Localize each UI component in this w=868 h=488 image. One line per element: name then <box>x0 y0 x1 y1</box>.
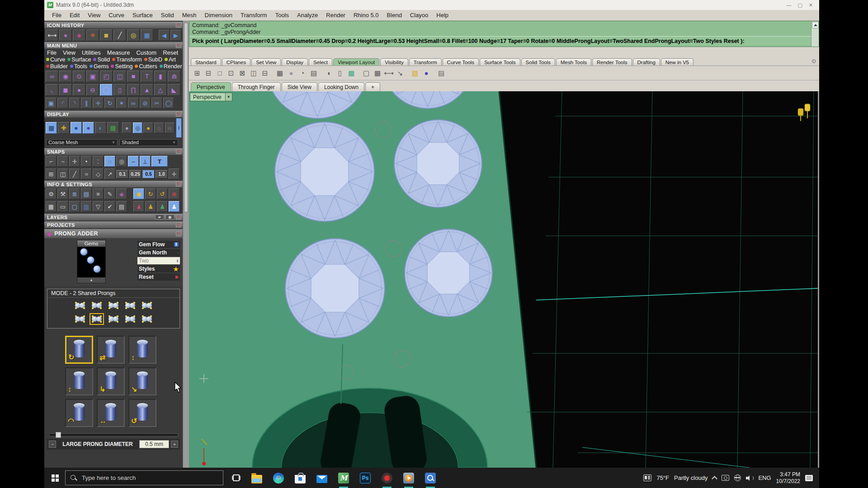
elbow-icon[interactable]: ◟ <box>46 84 58 96</box>
avatar-red-icon[interactable]: ♟ <box>133 201 144 212</box>
menu-item[interactable]: Clayoo <box>406 12 432 19</box>
prong-group-icon[interactable]: ⋒ <box>168 70 180 82</box>
beads-icon[interactable]: ● <box>59 29 72 41</box>
vptab-through-finger[interactable]: Through Finger <box>232 82 281 91</box>
menu-item[interactable]: Render <box>322 12 349 19</box>
vptab-perspective[interactable]: Perspective <box>191 82 231 91</box>
forward-arrow-icon[interactable]: ▶ <box>170 30 181 41</box>
cone-sharp-icon[interactable]: △ <box>154 84 167 96</box>
midpoint-snap-icon[interactable]: ‒ <box>128 156 139 167</box>
wire-sphere-icon[interactable]: ◎ <box>133 122 143 133</box>
slider-handle[interactable] <box>56 432 61 438</box>
point-snap-icon[interactable]: • <box>81 156 92 167</box>
menu-item[interactable]: Blend <box>383 12 406 19</box>
close-icon[interactable]: ✕ <box>176 231 181 236</box>
environment-icon[interactable]: ◐ <box>95 122 106 134</box>
sphere-ring-icon[interactable]: ◉ <box>59 70 72 82</box>
store-icon[interactable] <box>289 468 311 488</box>
matte-sphere-icon[interactable]: ● <box>122 122 132 133</box>
category-item[interactable]: Render <box>160 63 182 70</box>
category-item[interactable]: Transform <box>112 56 142 63</box>
mode-top-bottom-prongs[interactable] <box>106 300 121 311</box>
snapshot-grid-icon[interactable]: ▦ <box>274 68 285 79</box>
eye-icon[interactable]: ◉ <box>165 215 175 220</box>
language-indicator[interactable]: ENG <box>758 474 771 481</box>
viewport-camera-dropdown[interactable]: Perspective ▼ <box>190 93 232 101</box>
vp-single-icon[interactable]: □ <box>214 68 225 79</box>
increase-button[interactable]: + <box>171 441 178 448</box>
tab-viewport-layout[interactable]: Viewport Layout <box>333 58 379 66</box>
prong-count-select[interactable]: Two▲▼ <box>137 257 180 264</box>
near-snap-icon[interactable]: ⌐ <box>46 156 57 167</box>
box-flap-icon[interactable]: ◰ <box>100 70 113 82</box>
category-item[interactable]: Solid <box>93 56 110 63</box>
gems-preview[interactable]: Gems ▲ <box>77 240 106 283</box>
prong-nudge-tool[interactable]: ↘ <box>128 367 156 395</box>
loop-record-icon[interactable]: ↺ <box>157 188 168 199</box>
category-item[interactable]: Tools <box>70 63 87 70</box>
menu-item[interactable]: Transform <box>236 12 271 19</box>
mirror-icon[interactable]: ∥ <box>81 98 92 108</box>
report-icon[interactable]: ▤ <box>116 201 127 212</box>
mode-diagonal-prongs[interactable] <box>123 300 137 311</box>
alert-icon[interactable]: ◉ <box>133 188 144 199</box>
weather-desc[interactable]: Partly cloudy <box>674 474 708 481</box>
measure-depth-icon[interactable]: ↘ <box>395 68 406 79</box>
grid-snap-value[interactable]: 0.1 <box>116 170 128 178</box>
avatar-shield-icon[interactable]: ♟ <box>169 201 179 212</box>
perpendicular-snap-icon[interactable]: ⊥ <box>140 156 151 167</box>
photoshop-icon[interactable] <box>354 468 376 488</box>
cylinder-icon[interactable]: ▮ <box>154 70 167 82</box>
xray-sphere-icon[interactable]: ○ <box>165 122 175 133</box>
loop-icon[interactable]: ↻ <box>145 188 156 199</box>
viewport-3d[interactable]: Perspective ▼ <box>189 91 819 468</box>
mail-icon[interactable] <box>311 468 333 488</box>
mode-no-prongs[interactable] <box>73 313 87 325</box>
avatar-green-icon[interactable]: ♟ <box>157 201 168 212</box>
text-icon[interactable]: T <box>141 70 153 82</box>
box-split-icon[interactable]: ◫ <box>113 70 126 82</box>
mode-v-prongs[interactable] <box>140 313 154 325</box>
center-snap-icon[interactable]: ◎ <box>116 156 127 167</box>
close-icon[interactable]: ✕ <box>176 43 181 48</box>
menu-item[interactable]: Rhino 5.0 <box>349 12 383 19</box>
category-item[interactable]: Gems <box>90 63 108 70</box>
prong-height-small-tool[interactable]: ↕ <box>65 367 93 395</box>
bbox-icon[interactable]: ▢ <box>69 201 80 212</box>
tab-render-tools[interactable]: Render Tools <box>592 58 632 66</box>
main-menu-item[interactable]: Custom <box>136 49 156 56</box>
pages-icon[interactable]: ▦ <box>46 201 57 212</box>
gem-side-icon[interactable]: ◈ <box>73 29 85 41</box>
close-icon[interactable]: ✕ <box>176 149 181 154</box>
vptab-side-view[interactable]: Side View <box>282 82 317 91</box>
cubes-icon[interactable]: ▣ <box>46 98 57 108</box>
menu-item[interactable]: Dimension <box>201 12 236 19</box>
circle-point-icon[interactable]: ◎ <box>127 29 140 41</box>
cube-ring-icon[interactable]: ▣ <box>86 70 99 82</box>
command-prompt[interactable]: Pick point ( LargeDiameter=0.5 SmallDiam… <box>189 36 816 45</box>
surface-snap-icon[interactable]: ◇ <box>93 169 104 179</box>
command-scrollbar[interactable] <box>811 21 819 47</box>
arc-dashed-icon[interactable]: ◝ <box>69 98 80 108</box>
main-menu-item[interactable]: File <box>47 49 57 56</box>
gems-expand-button[interactable]: ▲ <box>77 277 105 283</box>
prong-resize-tool[interactable]: ↻ <box>65 336 93 364</box>
prong-fillet-tool[interactable]: ◠ <box>65 399 93 427</box>
notes-icon[interactable]: ✎ <box>104 188 115 199</box>
render-sphere-icon[interactable]: ● <box>421 68 432 79</box>
render-sphere-icon[interactable]: ● <box>83 122 94 134</box>
gold-cross-icon[interactable]: ✚ <box>58 122 69 134</box>
menu-item[interactable]: Tools <box>271 12 293 19</box>
cube-icon[interactable]: ◼ <box>59 84 72 96</box>
sidebar-scrollbar[interactable] <box>183 21 189 468</box>
start-button[interactable] <box>44 468 65 488</box>
library-icon[interactable]: ▤ <box>81 188 92 199</box>
diameter-value-field[interactable]: 0.5 mm <box>139 440 169 448</box>
menu-item[interactable]: Curve <box>104 12 128 19</box>
mode-side-prongs[interactable] <box>73 300 87 311</box>
main-menu-item[interactable]: Measure <box>107 49 130 56</box>
viewport-3d-scene[interactable] <box>189 91 819 468</box>
mode-pair-prongs[interactable] <box>123 313 137 325</box>
new-doc-icon[interactable]: ▢ <box>361 68 372 79</box>
tab-curve-tools[interactable]: Curve Tools <box>443 58 479 66</box>
